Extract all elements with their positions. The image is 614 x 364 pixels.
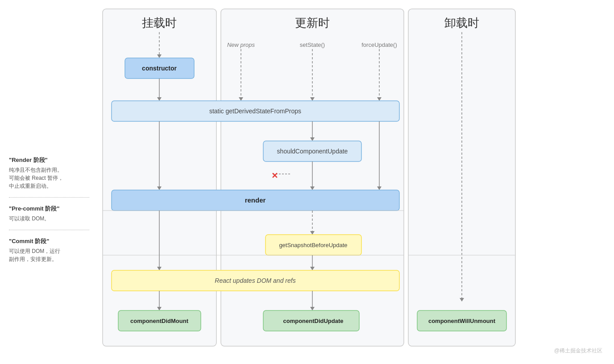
render-phase-annotation: "Render 阶段" 纯净且不包含副作用。可能会被 React 暂停，中止或重… (9, 156, 94, 190)
watermark: @稀土掘金技术社区 (554, 347, 602, 354)
divider-1 (9, 197, 89, 198)
precommit-phase-title: "Pre-commit 阶段" (9, 205, 94, 213)
annotations-panel: "Render 阶段" 纯净且不包含副作用。可能会被 React 暂停，中止或重… (0, 0, 98, 364)
divider-2 (9, 230, 89, 230)
commit-phase-annotation: "Commit 阶段" 可以使用 DOM，运行副作用，安排更新。 (9, 237, 94, 263)
commit-phase-desc: 可以使用 DOM，运行副作用，安排更新。 (9, 247, 94, 263)
precommit-phase-annotation: "Pre-commit 阶段" 可以读取 DOM。 (9, 205, 94, 223)
precommit-phase-desc: 可以读取 DOM。 (9, 215, 94, 223)
main-container: "Render 阶段" 纯净且不包含副作用。可能会被 React 暂停，中止或重… (0, 0, 614, 364)
commit-phase-title: "Commit 阶段" (9, 237, 94, 245)
render-phase-desc: 纯净且不包含副作用。可能会被 React 暂停，中止或重新启动。 (9, 166, 94, 190)
render-phase-title: "Render 阶段" (9, 156, 94, 164)
diagram-spacer (98, 4, 522, 352)
